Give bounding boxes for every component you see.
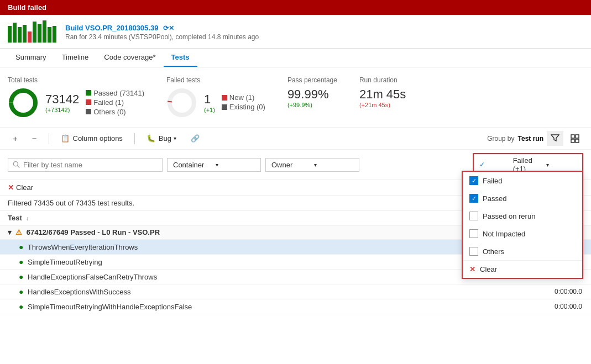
pass-pct-numbers: 99.99% (+99.9%) <box>287 87 329 108</box>
clear-label: Clear <box>16 183 33 192</box>
build-title-area: Build VSO.PR_20180305.39 ⟳✕ Ran for 23.4… <box>65 23 259 41</box>
run-dur-label: Run duration <box>359 76 406 84</box>
clear-button[interactable]: ✕ Clear <box>8 183 33 192</box>
layout-button[interactable] <box>567 132 583 145</box>
pass-pct-label: Pass percentage <box>287 76 337 84</box>
column-options-button[interactable]: 📋 Column options <box>56 132 128 145</box>
test-name-text: SimpleTimeoutRetrying <box>28 258 102 266</box>
filter-funnel-icon <box>551 133 559 142</box>
table-row[interactable]: ● HandlesExceptionsWithSuccess 0:00:00.0 <box>0 284 591 299</box>
test-name-cell: ● SimpleTimeoutRetryingWithHandleExcepti… <box>0 299 503 314</box>
link-button[interactable]: 🔗 <box>186 132 205 145</box>
test-name-cell: ● HandleExceptionsFalseCanRetryThrows <box>0 270 503 284</box>
outcome-passed-label: Passed <box>483 194 506 203</box>
outcome-clear-item[interactable]: ✕ Clear <box>463 260 582 278</box>
legend-new: New (1) <box>229 93 255 102</box>
link-icon: 🔗 <box>191 134 200 143</box>
legend-others: Others (0) <box>93 108 126 116</box>
container-chevron-icon: ▾ <box>216 162 255 168</box>
test-failed-cell <box>503 299 547 314</box>
filter-name-input-wrap <box>8 158 163 172</box>
toolbar: + − 📋 Column options 🐛 Bug ▾ 🔗 Group by … <box>0 128 591 150</box>
failed-tests-sub: (+1) <box>204 107 215 113</box>
total-tests-sub: (+73142) <box>45 107 79 113</box>
build-bar <box>13 23 17 43</box>
pass-icon: ● <box>19 257 23 266</box>
svg-rect-8 <box>576 139 579 143</box>
container-dropdown[interactable]: Container ▾ <box>167 158 261 172</box>
refresh-icon[interactable]: ⟳✕ <box>163 24 174 32</box>
build-bar <box>48 27 51 43</box>
col-test[interactable]: Test ↓ <box>0 211 503 225</box>
collapse-button[interactable]: − <box>27 131 42 145</box>
test-duration-cell: 0:00:00.0 <box>547 284 591 299</box>
pass-icon: ● <box>19 242 23 251</box>
run-dur-sub: (+21m 45s) <box>359 102 406 108</box>
failed-tests-legend: New (1) Existing (0) <box>222 93 265 112</box>
svg-point-1 <box>11 91 35 115</box>
outcome-passed-rerun-item[interactable]: Passed on rerun <box>463 207 582 225</box>
build-status-text: Build failed <box>8 3 46 12</box>
outcome-others-checkbox[interactable] <box>469 247 478 256</box>
pass-icon: ● <box>19 287 23 296</box>
pass-pct-value: 99.99% <box>287 87 329 102</box>
owner-chevron-icon: ▾ <box>314 162 353 168</box>
table-row[interactable]: ● SimpleTimeoutRetryingWithHandleExcepti… <box>0 299 591 314</box>
filter-name-input[interactable] <box>23 161 158 169</box>
column-options-label: Column options <box>73 134 123 143</box>
pass-pct-stat: Pass percentage 99.99% (+99.9%) <box>287 76 337 108</box>
run-dur-value: 21m 45s <box>359 87 406 102</box>
search-icon <box>13 161 20 168</box>
tab-summary[interactable]: Summary <box>8 49 54 67</box>
outcome-passed-rerun-label: Passed on rerun <box>483 212 535 220</box>
test-failed-cell <box>503 284 547 299</box>
build-bar <box>28 31 32 43</box>
owner-dropdown-label: Owner <box>271 161 311 169</box>
outcome-others-item[interactable]: Others <box>463 242 582 260</box>
outcome-clear-label: Clear <box>480 265 497 273</box>
bug-button[interactable]: 🐛 Bug ▾ <box>142 132 181 145</box>
legend-existing: Existing (0) <box>229 103 265 111</box>
outcome-passed-checkbox[interactable]: ✓ <box>469 194 478 203</box>
result-count-text: Filtered 73435 out of 73435 test results… <box>8 199 134 207</box>
failed-tests-numbers: 1 (+1) <box>204 92 215 113</box>
test-name-text: SimpleTimeoutRetryingWithHandleException… <box>28 303 192 311</box>
test-name-text: ThrowsWhenEveryIterationThrows <box>28 243 138 251</box>
owner-dropdown[interactable]: Owner ▾ <box>265 158 359 172</box>
group-by-value: Test run <box>518 135 543 143</box>
run-dur-stat: Run duration 21m 45s (+21m 45s) <box>359 76 406 108</box>
tab-code-coverage[interactable]: Code coverage* <box>96 49 163 67</box>
filter-funnel-button[interactable] <box>547 131 563 146</box>
outcome-failed-label: Failed <box>483 177 502 185</box>
legend-failed: Failed (1) <box>93 98 124 107</box>
layout-icon <box>571 134 579 143</box>
group-collapse-icon[interactable]: ▾ <box>8 228 12 236</box>
failed-tests-stat: Failed tests 1 (+1) New (1) Existing (0) <box>166 76 265 118</box>
tab-timeline[interactable]: Timeline <box>54 49 97 67</box>
svg-point-3 <box>170 91 194 115</box>
container-dropdown-label: Container <box>173 161 212 169</box>
outcome-clear-x-icon: ✕ <box>469 265 475 273</box>
outcome-passed-rerun-checkbox[interactable] <box>469 212 478 220</box>
group-warn-icon: ⚠ <box>15 228 22 236</box>
build-bar <box>33 22 36 43</box>
outcome-failed-item[interactable]: ✓ Failed <box>463 172 582 189</box>
legend-passed: Passed (73141) <box>93 89 144 97</box>
outcome-not-impacted-label: Not Impacted <box>483 230 525 238</box>
pass-icon: ● <box>19 302 23 311</box>
build-info-row: Build VSO.PR_20180305.39 ⟳✕ Ran for 23.4… <box>0 15 591 49</box>
outcome-passed-item[interactable]: ✓ Passed <box>463 189 582 207</box>
outcome-checkmark-icon: ✓ <box>479 161 510 168</box>
outcome-not-impacted-item[interactable]: Not Impacted <box>463 225 582 242</box>
expand-button[interactable]: + <box>8 131 23 145</box>
run-dur-numbers: 21m 45s (+21m 45s) <box>359 87 406 108</box>
sort-icon: ↓ <box>26 215 29 221</box>
svg-line-10 <box>18 166 20 168</box>
stats-row: Total tests 73142 (+73142) Passed (73141… <box>0 67 591 128</box>
outcome-failed-checkbox[interactable]: ✓ <box>469 176 478 185</box>
bug-icon: 🐛 <box>147 134 155 143</box>
tab-tests[interactable]: Tests <box>164 49 197 67</box>
toolbar-divider-1 <box>49 133 49 144</box>
outcome-not-impacted-checkbox[interactable] <box>469 229 478 238</box>
group-by-area: Group by Test run <box>487 131 583 146</box>
